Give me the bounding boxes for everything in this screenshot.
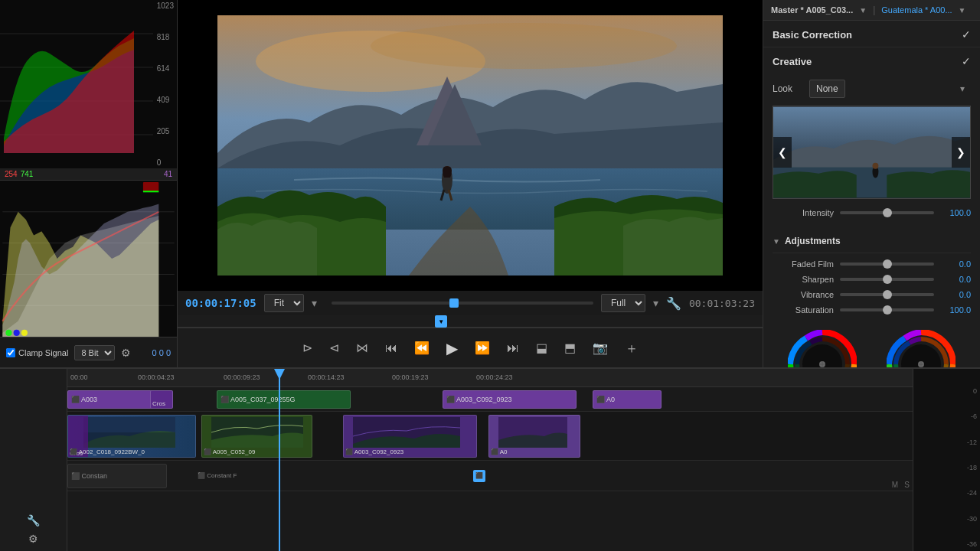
constant-2-indicator: ⬛ Constant F <box>198 472 237 479</box>
clip-a003[interactable]: ⬛ A003 <box>67 390 155 409</box>
sharpen-value: 0.0 <box>940 275 971 284</box>
basic-correction-section[interactable]: Basic Correction ✓ <box>763 21 980 47</box>
step-forward-button[interactable]: ⏩ <box>472 337 493 358</box>
sharpen-thumb[interactable] <box>883 275 892 284</box>
fit-select[interactable]: Fit <box>264 294 304 312</box>
timeline-strip[interactable]: ▼ <box>178 315 763 328</box>
creative-title: Creative <box>773 56 812 67</box>
vibrance-thumb[interactable] <box>883 290 892 299</box>
master-dropdown-btn[interactable]: ▼ <box>859 6 867 15</box>
db-30: -30 <box>913 515 977 523</box>
adjustments-section: ▼ Adjustments Faded Film 0.0 Sharpen 0.0 <box>763 230 980 367</box>
marker-indicator[interactable]: ⬛ <box>473 470 485 482</box>
tools-button[interactable]: 🔧 <box>27 514 40 527</box>
adjustments-toggle-icon[interactable]: ▼ <box>773 237 780 246</box>
svg-point-14 <box>21 330 28 336</box>
db-24: -24 <box>913 489 977 497</box>
scrubber-thumb[interactable] <box>449 298 459 308</box>
saturation-label: Saturation <box>773 305 834 315</box>
playhead-marker[interactable]: ▼ <box>435 315 447 328</box>
clip-a0-lower-right-label: ⬛ A0 <box>491 448 508 455</box>
ruler-mark-3: 00:00:14:23 <box>308 373 345 381</box>
clamp-signal-checkbox[interactable] <box>6 348 15 357</box>
capture-button[interactable]: 📷 <box>590 337 611 358</box>
clip-transition-1[interactable]: Cros <box>150 390 173 409</box>
adjustments-header[interactable]: ▼ Adjustments <box>773 230 971 253</box>
intensity-row: Intensity 100.0 <box>773 208 971 217</box>
saturation-thumb[interactable] <box>883 305 892 315</box>
fit-dropdown-icon[interactable]: ▾ <box>312 297 324 309</box>
timeline-ruler[interactable]: 00:00 00:00:04:23 00:00:09:23 00:00:14:2… <box>67 369 913 387</box>
creative-section-header[interactable]: Creative ✓ <box>763 47 980 73</box>
lumetri-header: Master * A005_C03... ▼ | Guatemala * A00… <box>763 0 980 21</box>
db-12: -12 <box>913 439 977 446</box>
clip-a003-c092-lower[interactable]: ⬛ A003_C092_0923 <box>343 415 477 458</box>
clip-a005-c052[interactable]: ⬛ A005_C052_09 <box>201 415 312 458</box>
quality-dropdown-icon[interactable]: ▾ <box>653 297 658 309</box>
clamp-signal-label: Clamp Signal <box>6 348 68 357</box>
settings-icon[interactable]: ⚙ <box>121 347 131 359</box>
mark-in-button[interactable]: ⊳ <box>299 337 315 358</box>
timeline-left-controls: 🔧 ⚙ <box>0 369 67 551</box>
overwrite-button[interactable]: ⬒ <box>561 337 579 358</box>
master-label: Master * A005_C03... <box>771 5 853 15</box>
sharpen-slider[interactable] <box>840 278 934 281</box>
look-prev-button[interactable]: ❮ <box>773 137 792 168</box>
intensity-thumb[interactable] <box>883 208 892 217</box>
add-button[interactable]: ＋ <box>622 336 642 360</box>
svg-point-13 <box>14 330 20 336</box>
track-2-main: ⬛ A002_C018_0922BW_0 Cros ⬛ A005_C052_09 <box>67 412 913 461</box>
constant-1-label: ⬛ Constan <box>71 472 107 480</box>
ruler-mark-0: 00:00 <box>70 373 88 381</box>
jump-back-button[interactable]: ⏮ <box>382 338 400 358</box>
insert-button[interactable]: ⬓ <box>533 337 550 358</box>
faded-film-thumb[interactable] <box>883 259 892 269</box>
svg-point-27 <box>872 163 878 169</box>
timeline-playhead-marker[interactable] <box>274 369 285 380</box>
guatemala-dropdown-btn[interactable]: ▼ <box>959 6 966 15</box>
intensity-slider[interactable] <box>840 211 934 214</box>
vibrance-slider[interactable] <box>840 293 934 296</box>
clip-a0-label: ⬛ A0 <box>596 396 615 403</box>
highlight-tint-wheel[interactable]: Highlight Tint <box>887 330 956 367</box>
clip-a003-c092-lower-label: ⬛ A003_C092_0923 <box>345 448 403 455</box>
faded-film-label: Faded Film <box>773 259 834 269</box>
jump-forward-button[interactable]: ⏭ <box>504 338 522 358</box>
scope-panel: 1023 818 614 409 205 0 254 741 41 <box>0 0 178 367</box>
saturation-slider[interactable] <box>840 308 934 311</box>
rgb-value-display: 0 0 0 <box>152 348 171 357</box>
clip-constant-1[interactable]: ⬛ Constan <box>67 464 167 488</box>
playback-scrubber[interactable] <box>332 302 593 305</box>
shadow-tint-wheel[interactable]: Shadow Tint <box>788 330 857 367</box>
scope-bottom-bar: Clamp Signal 8 Bit ⚙ 0 0 0 <box>0 337 177 367</box>
db-scale: 0 -6 -12 -18 -24 -30 -36 <box>913 369 980 551</box>
mark-out-button[interactable]: ⊲ <box>326 337 342 358</box>
look-next-button[interactable]: ❯ <box>952 137 970 168</box>
quality-select[interactable]: Full <box>601 294 645 312</box>
timeline-main: 00:00 00:00:04:23 00:00:09:23 00:00:14:2… <box>67 369 913 551</box>
look-select[interactable]: None <box>809 80 845 98</box>
wrench-icon[interactable]: 🔧 <box>666 296 681 311</box>
clip-a0-right[interactable]: ⬛ A0 <box>593 390 662 409</box>
track-3-bottom: ⬛ Constan ⬛ Constant F ⬛ M S <box>67 461 913 491</box>
header-separator: | <box>873 5 875 15</box>
faded-film-slider[interactable] <box>840 262 934 266</box>
clip-a003-c092[interactable]: ⬛ A003_C092_0923 <box>443 390 577 409</box>
intensity-value: 100.0 <box>940 208 971 217</box>
step-back-button[interactable]: ⏪ <box>411 337 433 358</box>
look-preview-strip: ❮ ❯ <box>773 106 971 199</box>
clip-a005-c037[interactable]: ⬛ A005_C037_09255G <box>217 390 351 409</box>
track-ms-labels: M S <box>892 481 910 489</box>
clip-a0-lower-right[interactable]: ⬛ A0 <box>488 415 580 458</box>
clip-a002[interactable]: ⬛ A002_C018_0922BW_0 Cros <box>67 415 196 458</box>
settings-button[interactable]: ⚙ <box>28 533 38 545</box>
play-button[interactable]: ▶ <box>443 336 461 360</box>
trim-button[interactable]: ⋈ <box>353 337 371 358</box>
look-dropdown-icon: ▾ <box>960 83 965 94</box>
db-18: -18 <box>913 464 977 471</box>
clip-a003-label: ⬛ A003 <box>71 396 97 403</box>
bit-depth-select[interactable]: 8 Bit <box>74 345 115 360</box>
transition-label: Cros <box>152 400 165 407</box>
vibrance-row: Vibrance 0.0 <box>773 290 971 299</box>
guatemala-label: Guatemala * A00... <box>881 5 952 15</box>
